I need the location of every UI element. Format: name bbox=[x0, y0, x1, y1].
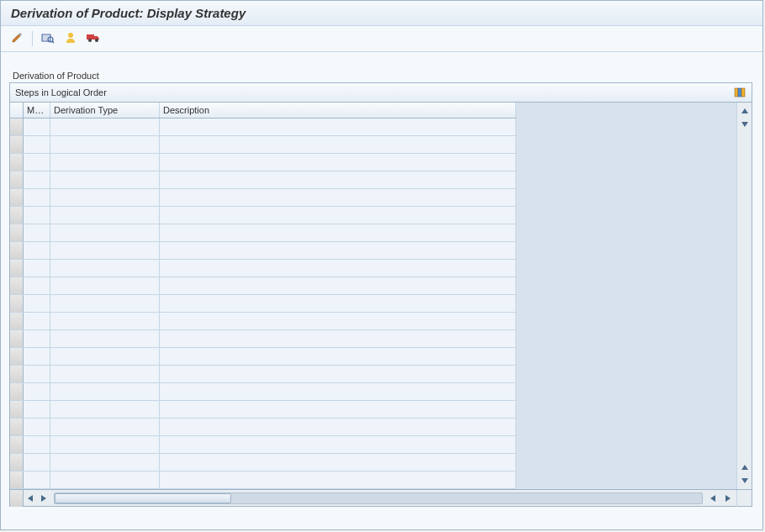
cell-description[interactable] bbox=[160, 119, 516, 135]
cell-description[interactable] bbox=[160, 419, 516, 435]
cell-ma[interactable] bbox=[24, 136, 50, 153]
row-selector[interactable] bbox=[10, 366, 24, 382]
row-selector[interactable] bbox=[10, 224, 24, 241]
row-selector[interactable] bbox=[10, 454, 24, 471]
cell-ma[interactable] bbox=[24, 295, 50, 312]
cell-ma[interactable] bbox=[24, 330, 50, 347]
scroll-left-end-button[interactable] bbox=[706, 492, 720, 505]
cell-ma[interactable] bbox=[24, 224, 50, 241]
horizontal-scrollbar[interactable] bbox=[10, 489, 752, 506]
cell-ma[interactable] bbox=[24, 348, 50, 365]
cell-derivation-type[interactable] bbox=[50, 242, 160, 259]
row-selector[interactable] bbox=[10, 171, 24, 188]
cell-derivation-type[interactable] bbox=[50, 224, 160, 241]
scroll-right-inner-button[interactable] bbox=[37, 492, 50, 505]
select-all-header[interactable] bbox=[10, 103, 24, 118]
cell-ma[interactable] bbox=[24, 277, 50, 294]
cell-derivation-type[interactable] bbox=[50, 207, 160, 224]
cell-description[interactable] bbox=[160, 436, 516, 453]
cell-derivation-type[interactable] bbox=[50, 366, 160, 382]
row-selector[interactable] bbox=[10, 419, 24, 435]
column-header-ma[interactable]: Ma... bbox=[24, 103, 50, 118]
row-selector[interactable] bbox=[10, 383, 24, 400]
row-selector[interactable] bbox=[10, 119, 24, 135]
cell-description[interactable] bbox=[160, 189, 516, 206]
cell-ma[interactable] bbox=[24, 419, 50, 435]
cell-description[interactable] bbox=[160, 454, 516, 471]
table-settings-button[interactable] bbox=[733, 86, 747, 99]
cell-ma[interactable] bbox=[24, 242, 50, 259]
row-selector[interactable] bbox=[10, 242, 24, 259]
row-selector[interactable] bbox=[10, 436, 24, 453]
cell-ma[interactable] bbox=[24, 454, 50, 471]
cell-description[interactable] bbox=[160, 330, 516, 347]
scroll-up-bottom-button[interactable] bbox=[738, 461, 752, 474]
cell-ma[interactable] bbox=[24, 154, 50, 171]
cell-description[interactable] bbox=[160, 260, 516, 277]
cell-description[interactable] bbox=[160, 154, 516, 171]
cell-description[interactable] bbox=[160, 136, 516, 153]
cell-ma[interactable] bbox=[24, 189, 50, 206]
row-selector[interactable] bbox=[10, 348, 24, 365]
cell-ma[interactable] bbox=[24, 313, 50, 329]
row-selector[interactable] bbox=[10, 295, 24, 312]
cell-ma[interactable] bbox=[24, 260, 50, 277]
overview-button[interactable] bbox=[39, 30, 57, 47]
scroll-right-end-button[interactable] bbox=[721, 492, 735, 505]
cell-derivation-type[interactable] bbox=[50, 119, 160, 135]
cell-derivation-type[interactable] bbox=[50, 383, 160, 400]
cell-derivation-type[interactable] bbox=[50, 436, 160, 453]
cell-description[interactable] bbox=[160, 277, 516, 294]
cell-ma[interactable] bbox=[24, 366, 50, 382]
cell-derivation-type[interactable] bbox=[50, 260, 160, 277]
cell-ma[interactable] bbox=[24, 436, 50, 453]
cell-description[interactable] bbox=[160, 295, 516, 312]
transport-button[interactable] bbox=[84, 30, 103, 47]
row-selector[interactable] bbox=[10, 401, 24, 418]
cell-derivation-type[interactable] bbox=[50, 471, 160, 488]
cell-derivation-type[interactable] bbox=[50, 277, 160, 294]
cell-description[interactable] bbox=[160, 471, 516, 488]
vertical-scrollbar[interactable] bbox=[736, 103, 752, 489]
hscroll-track[interactable] bbox=[54, 492, 703, 504]
cell-ma[interactable] bbox=[24, 207, 50, 224]
cell-description[interactable] bbox=[160, 383, 516, 400]
row-selector[interactable] bbox=[10, 313, 24, 329]
cell-derivation-type[interactable] bbox=[50, 330, 160, 347]
cell-ma[interactable] bbox=[24, 383, 50, 400]
cell-derivation-type[interactable] bbox=[50, 454, 160, 471]
cell-description[interactable] bbox=[160, 313, 516, 329]
cell-description[interactable] bbox=[160, 348, 516, 365]
scroll-left-button[interactable] bbox=[24, 492, 37, 505]
row-selector[interactable] bbox=[10, 277, 24, 294]
scroll-up-button[interactable] bbox=[738, 104, 752, 118]
scroll-down-bottom-button[interactable] bbox=[738, 474, 752, 487]
row-selector[interactable] bbox=[10, 260, 24, 277]
cell-description[interactable] bbox=[160, 171, 516, 188]
cell-description[interactable] bbox=[160, 224, 516, 241]
row-selector[interactable] bbox=[10, 471, 24, 488]
column-header-derivation-type[interactable]: Derivation Type bbox=[50, 103, 160, 118]
cell-description[interactable] bbox=[160, 401, 516, 418]
cell-derivation-type[interactable] bbox=[50, 189, 160, 206]
row-selector[interactable] bbox=[10, 330, 24, 347]
row-selector[interactable] bbox=[10, 136, 24, 153]
cell-ma[interactable] bbox=[24, 119, 50, 135]
cell-derivation-type[interactable] bbox=[50, 401, 160, 418]
cell-derivation-type[interactable] bbox=[50, 295, 160, 312]
cell-ma[interactable] bbox=[24, 401, 50, 418]
edit-button[interactable] bbox=[8, 30, 26, 47]
cell-ma[interactable] bbox=[24, 471, 50, 488]
row-selector[interactable] bbox=[10, 154, 24, 171]
row-selector[interactable] bbox=[10, 207, 24, 224]
cell-derivation-type[interactable] bbox=[50, 313, 160, 329]
cell-description[interactable] bbox=[160, 366, 516, 382]
cell-derivation-type[interactable] bbox=[50, 136, 160, 153]
hscroll-thumb[interactable] bbox=[55, 493, 231, 503]
cell-derivation-type[interactable] bbox=[50, 154, 160, 171]
cell-description[interactable] bbox=[160, 242, 516, 259]
cell-derivation-type[interactable] bbox=[50, 171, 160, 188]
cell-derivation-type[interactable] bbox=[50, 419, 160, 435]
user-button[interactable] bbox=[61, 30, 80, 47]
cell-derivation-type[interactable] bbox=[50, 348, 160, 365]
